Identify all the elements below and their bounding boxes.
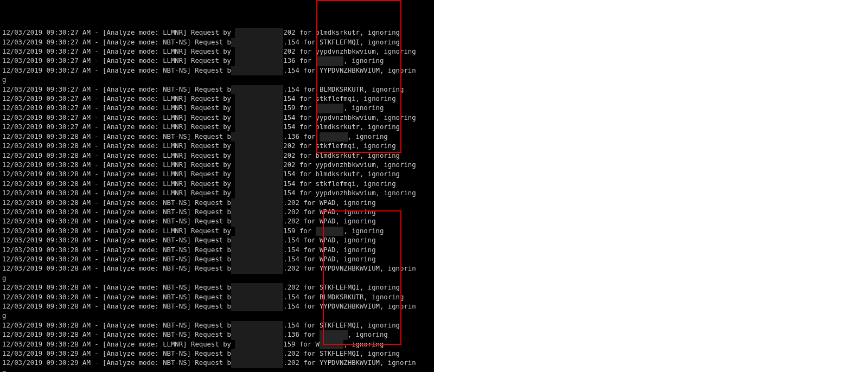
log-line: 12/03/2019 09:30:28 AM - [Analyze mode: …	[2, 227, 434, 236]
redacted-segment: XXXXXXXXXXXX	[235, 123, 283, 132]
log-ignoring: , ignoring	[360, 284, 400, 291]
log-line: 12/03/2019 09:30:28 AM - [Analyze mode: …	[2, 340, 434, 349]
log-ignoring: , ignoring	[376, 48, 416, 55]
log-sep: ] Request by	[183, 57, 235, 65]
redacted-segment: XXXXXXXXXXXX	[235, 142, 283, 151]
log-sep: ] Request b	[187, 217, 231, 225]
log-sep: ] Request by	[183, 48, 235, 55]
log-sep: for	[299, 322, 320, 329]
log-line-wrap: g	[2, 75, 434, 85]
log-ip: 202	[283, 161, 295, 169]
log-line-wrap: g	[2, 311, 434, 320]
log-ignoring: , ignoring	[343, 227, 384, 235]
log-mode: NBT-NS	[163, 67, 187, 74]
log-ignoring: , ignorin	[380, 67, 416, 74]
log-timestamp: 12/03/2019 09:30:28 AM	[2, 217, 91, 225]
log-ignoring: , ignoring	[348, 133, 388, 140]
log-sep: for	[299, 284, 320, 291]
redacted-segment: XXXXXXXXXXXXX	[231, 66, 283, 75]
log-ignoring: , ignoring	[360, 350, 400, 357]
log-host: stkflefmqi	[316, 180, 356, 188]
log-mode: NBT-NS	[163, 265, 187, 272]
log-sep: - [Analyze mode:	[91, 180, 163, 188]
log-timestamp: 12/03/2019 09:30:27 AM	[2, 48, 91, 55]
log-ignoring: , ignoring	[336, 208, 376, 216]
log-ignoring: , ignoring	[360, 29, 400, 36]
redacted-segment: XXXXXXXXXXXX	[235, 340, 283, 349]
log-sep: for	[299, 293, 320, 301]
log-line: 12/03/2019 09:30:28 AM - [Analyze mode: …	[2, 264, 434, 273]
redacted-segment: XXXXXXX	[316, 227, 344, 236]
log-ignoring: , ignoring	[363, 293, 404, 301]
log-host: STKFLEFMQI	[320, 39, 360, 46]
log-sep: ] Request b	[187, 255, 231, 263]
log-host: WPAD	[320, 217, 336, 225]
redacted-segment: XXXXXXXXXXXXX	[231, 236, 283, 245]
log-mode: NBT-NS	[163, 359, 187, 367]
log-ip: 159	[283, 341, 295, 348]
log-sep: for	[299, 199, 320, 207]
log-timestamp: 12/03/2019 09:30:28 AM	[2, 199, 91, 207]
log-host: STKFLEFMQI	[320, 284, 360, 291]
log-ignoring: , ignoring	[376, 189, 416, 197]
log-mode: LLMNR	[163, 57, 183, 65]
log-mode: NBT-NS	[163, 331, 187, 338]
redacted-segment: XXXXXXXXXXXX	[235, 151, 283, 161]
log-ip: 159	[283, 227, 295, 235]
log-host: WPAD	[320, 199, 336, 207]
redacted-segment: XXXXXXXXXXXX	[235, 56, 283, 66]
log-line-wrap: g	[2, 274, 434, 283]
log-ip: .154	[283, 39, 299, 46]
log-ip: .136	[283, 331, 299, 338]
log-sep: - [Analyze mode:	[91, 104, 163, 112]
log-timestamp: 12/03/2019 09:30:27 AM	[2, 123, 91, 131]
log-mode: NBT-NS	[163, 133, 187, 140]
log-sep: for	[295, 180, 315, 188]
log-ignoring: , ignoring	[360, 39, 400, 46]
log-line: 12/03/2019 09:30:28 AM - [Analyze mode: …	[2, 142, 434, 151]
log-host: BLMDKSRKUTR	[320, 293, 363, 301]
log-mode: LLMNR	[163, 123, 183, 131]
log-host: STKFLEFMQI	[320, 350, 360, 357]
log-sep: ] Request by	[183, 142, 235, 150]
log-sep: ] Request b	[187, 293, 231, 301]
log-sep: - [Analyze mode:	[91, 123, 163, 131]
log-sep: ] Request by	[183, 227, 235, 235]
log-timestamp: 12/03/2019 09:30:27 AM	[2, 95, 91, 102]
log-sep: ] Request b	[187, 303, 231, 310]
log-ignoring: , ignoring	[343, 341, 384, 348]
log-sep: for	[299, 255, 320, 263]
log-ip: .154	[283, 67, 299, 74]
redacted-segment: XXXXXXX	[320, 330, 348, 339]
redacted-segment: XXXXXXXXXXXXX	[231, 85, 283, 94]
log-line: 12/03/2019 09:30:29 AM - [Analyze mode: …	[2, 358, 434, 368]
log-timestamp: 12/03/2019 09:30:28 AM	[2, 303, 91, 310]
redacted-segment: XXXXXX	[320, 340, 343, 349]
log-sep: - [Analyze mode:	[91, 152, 163, 159]
log-sep: ] Request by	[183, 114, 235, 121]
log-sep: for	[299, 208, 320, 216]
log-sep: ] Request by	[183, 189, 235, 197]
log-sep: ] Request b	[187, 39, 231, 46]
log-host: BLMDKSRKUTR	[320, 86, 363, 93]
log-sep: for	[295, 161, 315, 169]
log-ignoring: , ignoring	[360, 170, 400, 178]
log-mode: NBT-NS	[163, 208, 187, 216]
log-mode: LLMNR	[163, 161, 183, 169]
log-timestamp: 12/03/2019 09:30:28 AM	[2, 133, 91, 140]
log-line: 12/03/2019 09:30:28 AM - [Analyze mode: …	[2, 151, 434, 161]
log-sep: ] Request by	[183, 104, 235, 112]
log-mode: LLMNR	[163, 104, 183, 112]
log-timestamp: 12/03/2019 09:30:28 AM	[2, 208, 91, 216]
log-ip: .202	[283, 350, 299, 357]
redacted-segment: XXXXXXXXXXXX	[235, 179, 283, 189]
log-sep: for	[295, 48, 315, 55]
log-sep: - [Analyze mode:	[91, 95, 163, 102]
log-line: 12/03/2019 09:30:28 AM - [Analyze mode: …	[2, 330, 434, 339]
redacted-segment: XXXXXXXXXXXXX	[231, 132, 283, 142]
log-ignoring: , ignorin	[380, 359, 416, 367]
log-sep: - [Analyze mode:	[91, 322, 163, 329]
log-line: 12/03/2019 09:30:27 AM - [Analyze mode: …	[2, 38, 434, 47]
log-sep: for	[299, 331, 320, 338]
log-ignoring: g	[2, 312, 6, 319]
